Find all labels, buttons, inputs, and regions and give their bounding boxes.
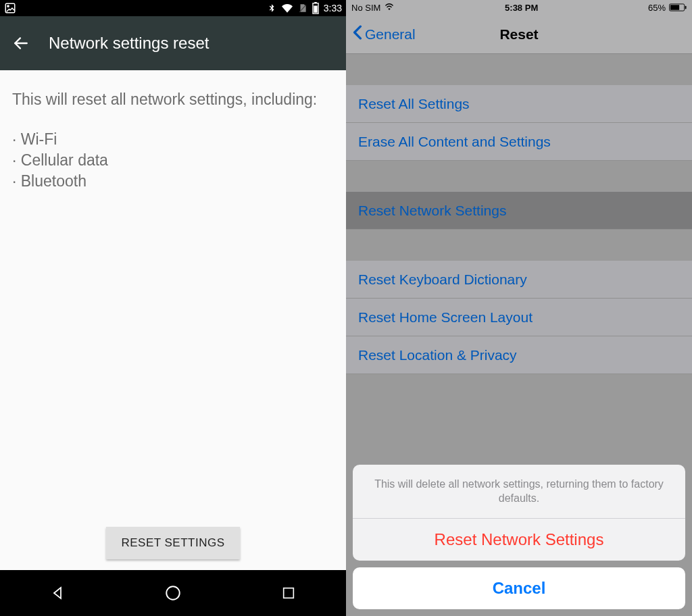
svg-rect-10 xyxy=(670,5,679,9)
row-reset-network-settings[interactable]: Reset Network Settings xyxy=(346,192,692,230)
ios-screen: No SIM 5:38 PM 65% General Reset xyxy=(346,0,692,616)
nav-back-label: General xyxy=(365,26,416,43)
bullet-list: Wi-Fi Cellular data Bluetooth xyxy=(12,129,334,192)
battery-percent: 65% xyxy=(648,3,666,13)
image-icon xyxy=(4,2,16,14)
bullet-item: Wi-Fi xyxy=(12,129,334,150)
svg-rect-11 xyxy=(685,6,687,9)
bullet-item: Bluetooth xyxy=(12,171,334,192)
row-reset-location-privacy[interactable]: Reset Location & Privacy xyxy=(346,336,692,374)
no-sim-icon xyxy=(298,2,307,14)
wifi-icon xyxy=(280,3,294,14)
android-status-bar: 3:33 xyxy=(0,0,346,16)
android-app-bar: Network settings reset xyxy=(0,16,346,70)
reset-settings-button[interactable]: RESET SETTINGS xyxy=(106,527,239,559)
action-sheet: This will delete all network settings, r… xyxy=(353,465,685,609)
battery-icon xyxy=(669,3,687,11)
svg-rect-5 xyxy=(314,5,317,12)
wifi-icon xyxy=(384,3,395,11)
ios-status-bar: No SIM 5:38 PM 65% xyxy=(346,0,692,15)
ios-nav-bar: General Reset xyxy=(346,15,692,54)
nav-back-button[interactable]: General xyxy=(353,25,416,43)
svg-rect-8 xyxy=(283,588,293,598)
battery-icon xyxy=(312,2,320,14)
row-erase-all-content[interactable]: Erase All Content and Settings xyxy=(346,123,692,161)
android-nav-bar xyxy=(0,570,346,616)
row-reset-home-screen-layout[interactable]: Reset Home Screen Layout xyxy=(346,299,692,336)
status-time: 3:33 xyxy=(324,3,342,14)
nav-home-icon[interactable] xyxy=(164,584,182,602)
android-screen: 3:33 Network settings reset This will re… xyxy=(0,0,346,616)
carrier-label: No SIM xyxy=(351,3,380,13)
chevron-left-icon xyxy=(353,25,362,43)
action-sheet-destructive-button[interactable]: Reset Network Settings xyxy=(353,519,685,561)
svg-point-1 xyxy=(7,5,9,7)
action-sheet-message: This will delete all network settings, r… xyxy=(353,465,685,519)
content-lead: This will reset all network settings, in… xyxy=(12,89,334,110)
row-reset-all-settings[interactable]: Reset All Settings xyxy=(346,85,692,123)
svg-rect-4 xyxy=(314,2,317,3)
back-arrow-icon[interactable] xyxy=(12,34,30,52)
svg-point-7 xyxy=(166,586,180,600)
nav-recent-icon[interactable] xyxy=(279,584,298,602)
row-reset-keyboard-dictionary[interactable]: Reset Keyboard Dictionary xyxy=(346,261,692,299)
bluetooth-icon xyxy=(267,2,276,14)
appbar-title: Network settings reset xyxy=(49,34,209,53)
action-sheet-cancel-button[interactable]: Cancel xyxy=(353,567,685,609)
android-content: This will reset all network settings, in… xyxy=(0,70,346,570)
status-time: 5:38 PM xyxy=(505,3,538,13)
nav-back-icon[interactable] xyxy=(48,584,67,602)
bullet-item: Cellular data xyxy=(12,150,334,171)
